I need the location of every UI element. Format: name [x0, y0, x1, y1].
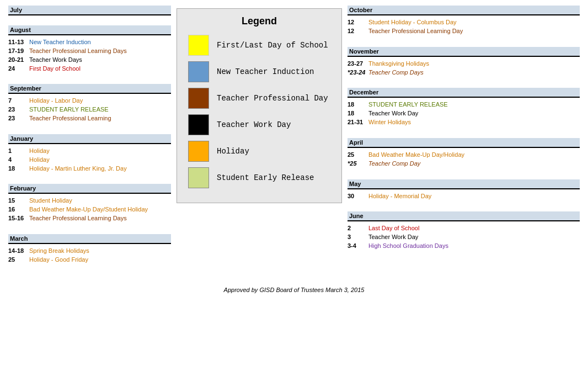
month-header: June [348, 211, 580, 221]
event-desc: Holiday - Memorial Day [368, 192, 431, 200]
event-date: 18 [8, 165, 29, 173]
event-date: 2 [348, 224, 368, 232]
event-desc: Last Day of School [368, 224, 419, 232]
event-row: 3-4High School Graduation Days [348, 242, 580, 250]
event-desc: Winter Holidays [368, 118, 411, 126]
event-row: 18STUDENT EARLY RELEASE [348, 100, 580, 109]
event-desc: Holiday [29, 156, 50, 164]
event-desc: Holiday - Good Friday [29, 256, 88, 264]
event-row: 12Teacher Professional Learning Day [348, 27, 580, 35]
event-desc: Student Holiday - Columbus Day [368, 18, 457, 27]
legend-item-label: Teacher Professional Day [217, 94, 328, 103]
month-events: 30Holiday - Memorial Day [348, 191, 580, 202]
event-date: 7 [8, 97, 29, 105]
event-date: 20-21 [8, 56, 29, 64]
event-desc: First Day of School [29, 65, 81, 73]
legend-color-swatch [188, 61, 209, 82]
event-date: 16 [8, 205, 29, 214]
month-events: 12Student Holiday - Columbus Day12Teache… [348, 17, 580, 37]
event-row: 3Teacher Work Day [348, 233, 580, 241]
legend-item-label: Holiday [217, 147, 249, 156]
event-desc: STUDENT EARLY RELEASE [29, 105, 109, 114]
event-desc: Student Holiday [29, 197, 72, 205]
legend-item: First/Last Day of School [188, 35, 330, 56]
event-row: *23-24Teacher Comp Days [348, 68, 580, 77]
event-date: 3 [348, 233, 368, 241]
event-desc: Holiday - Labor Day [29, 97, 83, 105]
legend-item: Teacher Work Day [188, 114, 330, 135]
event-desc: Teacher Professional Learning Days [29, 214, 127, 223]
event-row: 25Bad Weather Make-Up Day/Holiday [348, 151, 580, 159]
event-desc: Bad Weather Make-Up Day/Holiday [368, 151, 464, 159]
legend-box: Legend First/Last Day of SchoolNew Teach… [177, 8, 342, 203]
event-date: *23-24 [348, 68, 368, 77]
month-header: March [8, 234, 171, 244]
event-date: *25 [348, 160, 368, 168]
event-desc: Teacher Work Day [368, 109, 418, 118]
event-row: 18Holiday - Martin Luther King, Jr. Day [8, 165, 171, 173]
month-header: November [348, 47, 580, 57]
legend-item-label: Student Early Release [217, 173, 314, 182]
event-row: 14-18Spring Break Holidays [8, 247, 171, 255]
event-desc: Teacher Professional Learning Days [29, 47, 127, 55]
event-date: 15 [8, 197, 29, 205]
event-date: 18 [348, 109, 368, 118]
month-events: 7Holiday - Labor Day23STUDENT EARLY RELE… [8, 96, 171, 124]
month-events: 11-13New Teacher Induction17-19Teacher P… [8, 37, 171, 74]
month-events: 25Bad Weather Make-Up Day/Holiday*25Teac… [348, 150, 580, 169]
event-row: 2Last Day of School [348, 224, 580, 232]
event-row: 15-16Teacher Professional Learning Days [8, 214, 171, 223]
event-date: 21-31 [348, 118, 368, 126]
event-date: 25 [348, 151, 368, 159]
event-desc: Teacher Professional Learning Day [368, 27, 463, 35]
legend-color-swatch [188, 114, 209, 135]
event-row: 16Bad Weather Make-Up Day/Student Holida… [8, 205, 171, 214]
event-desc: Holiday - Martin Luther King, Jr. Day [29, 165, 127, 173]
event-row: 23STUDENT EARLY RELEASE [8, 105, 171, 114]
event-date: 23 [8, 105, 29, 114]
event-date: 12 [348, 18, 368, 27]
month-events: 23-27Thanksgiving Holidays*23-24Teacher … [348, 59, 580, 78]
event-row: 25Holiday - Good Friday [8, 256, 171, 264]
event-row: 23Teacher Professional Learning [8, 114, 171, 123]
event-date: 18 [348, 100, 368, 109]
event-date: 15-16 [8, 214, 29, 223]
event-row: 17-19Teacher Professional Learning Days [8, 47, 171, 55]
legend-item-label: New Teacher Induction [217, 67, 314, 76]
month-section-january: January1Holiday4Holiday18Holiday - Marti… [8, 134, 171, 174]
month-header: July [8, 6, 171, 15]
legend-color-swatch [188, 167, 209, 188]
month-events: 14-18Spring Break Holidays25Holiday - Go… [8, 246, 171, 266]
month-section-june: June2Last Day of School3Teacher Work Day… [348, 211, 580, 252]
event-desc: New Teacher Induction [29, 38, 91, 46]
month-header: December [348, 88, 580, 98]
month-section-april: April25Bad Weather Make-Up Day/Holiday*2… [348, 138, 580, 169]
month-section-may: May30Holiday - Memorial Day [348, 179, 580, 202]
event-row: 11-13New Teacher Induction [8, 38, 171, 46]
month-section-november: November23-27Thanksgiving Holidays*23-24… [348, 47, 580, 78]
month-events: 18STUDENT EARLY RELEASE18Teacher Work Da… [348, 99, 580, 128]
event-date: 4 [8, 156, 29, 164]
event-row: 24First Day of School [8, 65, 171, 73]
event-row: 7Holiday - Labor Day [8, 97, 171, 105]
month-header: August [8, 25, 171, 35]
month-section-december: December18STUDENT EARLY RELEASE18Teacher… [348, 88, 580, 128]
event-row: 21-31Winter Holidays [348, 118, 580, 126]
month-section-july: July [8, 6, 171, 15]
event-desc: Thanksgiving Holidays [368, 60, 429, 68]
event-desc: Teacher Work Day [368, 233, 418, 241]
legend-color-swatch [188, 88, 209, 109]
month-header: February [8, 184, 171, 194]
event-desc: Bad Weather Make-Up Day/Student Holiday [29, 205, 148, 214]
event-desc: STUDENT EARLY RELEASE [368, 100, 448, 109]
right-column: October12Student Holiday - Columbus Day1… [348, 6, 580, 276]
month-header: May [348, 179, 580, 189]
event-row: 1Holiday [8, 147, 171, 155]
event-row: 18Teacher Work Day [348, 109, 580, 118]
event-date: 24 [8, 65, 29, 73]
event-date: 11-13 [8, 38, 29, 46]
footer-text: Approved by GISD Board of Trustees March… [0, 287, 588, 299]
legend-item: Teacher Professional Day [188, 88, 330, 109]
legend-color-swatch [188, 35, 209, 56]
event-desc: High School Graduation Days [368, 242, 448, 250]
